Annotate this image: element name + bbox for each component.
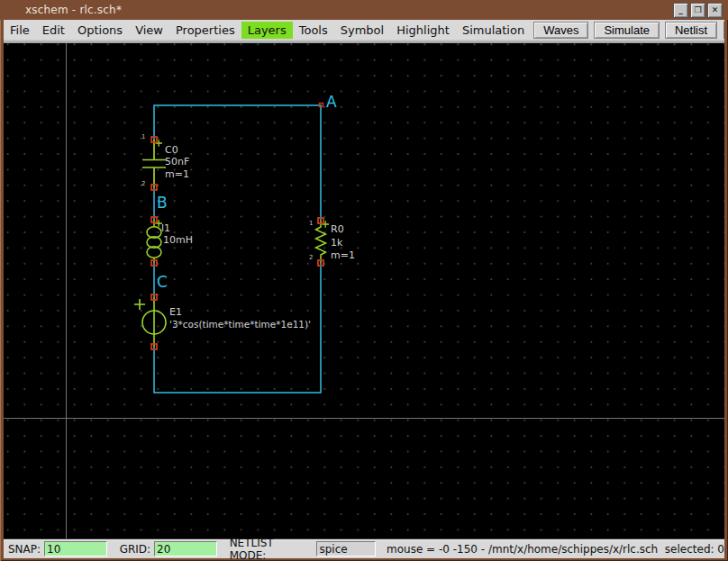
capacitor-symbol[interactable]	[142, 140, 166, 187]
statusbar: SNAP: 10 GRID: 20 NETLIST MODE: spice mo…	[4, 538, 724, 558]
snap-input[interactable]: 10	[44, 541, 107, 556]
minimize-icon[interactable]: _	[673, 3, 688, 18]
capacitor-pin2-number: 2	[141, 180, 145, 187]
close-icon[interactable]: ✕	[707, 3, 723, 18]
xschem-window: xschem - rlc.sch* _ ❒ ✕ File Edit Option…	[0, 0, 728, 561]
menu-edit[interactable]: Edit	[36, 22, 71, 39]
resistor-mult[interactable]: m=1	[331, 249, 355, 261]
window-title: xschem - rlc.sch*	[25, 4, 122, 16]
menu-tools[interactable]: Tools	[293, 22, 334, 39]
window-controls: _ ❒ ✕	[673, 3, 723, 18]
menubar: File Edit Options View Properties Layers…	[4, 20, 724, 40]
menu-help[interactable]: Help	[723, 22, 728, 39]
polarity-plus-icons	[156, 140, 330, 228]
capacitor-mult[interactable]: m=1	[165, 168, 189, 180]
inductor-value[interactable]: 10mH	[163, 234, 193, 246]
resistor-value[interactable]: 1k	[331, 237, 342, 249]
waves-button[interactable]: Waves	[533, 22, 588, 39]
source-plus-icon	[134, 299, 145, 310]
wire-net[interactable]	[154, 105, 321, 393]
mouse-status-text: mouse = -0 -150 - /mnt/x/home/schippes/x…	[387, 543, 724, 556]
snap-label: SNAP:	[8, 543, 41, 556]
circuit-drawing	[4, 43, 724, 538]
capacitor-ref[interactable]: C0	[165, 144, 178, 156]
capacitor-pin1-number: 1	[141, 133, 145, 140]
node-label-b[interactable]: B	[157, 194, 168, 212]
resistor-symbol[interactable]	[316, 221, 326, 263]
menu-layers[interactable]: Layers	[241, 22, 293, 39]
node-label-c[interactable]: C	[157, 273, 168, 291]
menu-options[interactable]: Options	[71, 22, 129, 39]
menu-file[interactable]: File	[4, 22, 36, 39]
resistor-pin2-number: 2	[309, 254, 313, 261]
netlist-mode-input[interactable]: spice	[316, 541, 376, 556]
node-label-a[interactable]: A	[326, 93, 337, 111]
menu-simulation[interactable]: Simulation	[456, 22, 531, 39]
source-ref[interactable]: E1	[169, 306, 182, 318]
menu-view[interactable]: View	[129, 22, 169, 39]
grid-label: GRID:	[120, 543, 150, 556]
maximize-icon[interactable]: ❒	[690, 3, 705, 18]
netlist-button[interactable]: Netlist	[665, 22, 717, 39]
grid-input[interactable]: 20	[154, 541, 217, 556]
resistor-ref[interactable]: R0	[331, 223, 344, 235]
simulate-button[interactable]: Simulate	[594, 22, 660, 39]
schematic-canvas[interactable]: A B C C0 50nF m=1 l1 10mH E1 '3*cos(time…	[4, 43, 724, 538]
menu-highlight[interactable]: Highlight	[390, 22, 456, 39]
menu-properties[interactable]: Properties	[169, 22, 241, 39]
voltage-source-symbol[interactable]	[134, 297, 166, 347]
netlist-mode-label: NETLIST MODE:	[230, 537, 314, 561]
menu-symbol[interactable]: Symbol	[334, 22, 390, 39]
source-value[interactable]: '3*cos(time*time*time*1e11)'	[169, 319, 311, 330]
resistor-pin1-number: 1	[309, 220, 313, 227]
inductor-ref[interactable]: l1	[161, 222, 170, 234]
titlebar: xschem - rlc.sch* _ ❒ ✕	[0, 0, 728, 20]
capacitor-value[interactable]: 50nF	[165, 156, 189, 167]
